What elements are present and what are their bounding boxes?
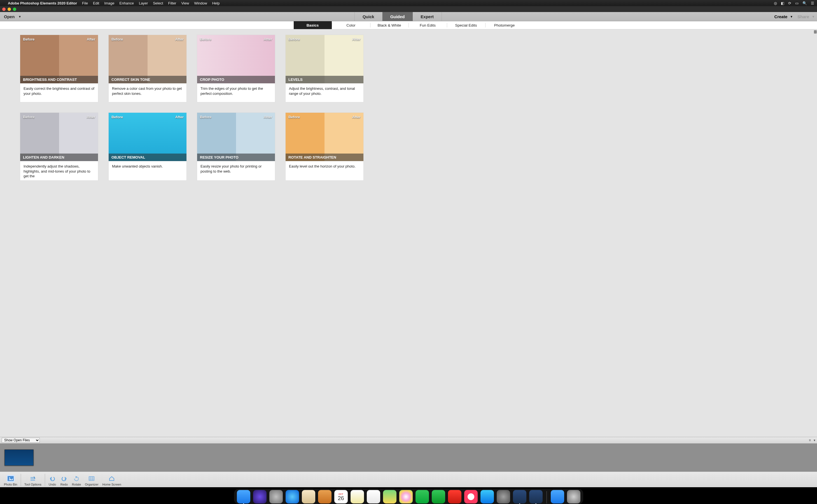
category-photomerge[interactable]: Photomerge <box>485 21 523 29</box>
card-title: CROP PHOTO <box>197 76 275 83</box>
after-label: After <box>175 115 184 119</box>
card-description: Adjust the brightness, contrast, and ton… <box>286 83 363 102</box>
menu-window[interactable]: Window <box>194 1 207 5</box>
category-black-white[interactable]: Black & White <box>370 21 408 29</box>
guided-card-brightness-contrast[interactable]: Before After BRIGHTNESS AND CONTRAST Eas… <box>20 35 98 102</box>
dock-settings[interactable] <box>497 490 510 503</box>
tool-home-screen[interactable]: Home Screen <box>101 475 123 486</box>
home-icon <box>108 475 116 482</box>
card-title: LIGHTEN AND DARKEN <box>20 154 98 161</box>
card-description: Easily correct the brightness and contra… <box>20 83 98 102</box>
scrollbar-thumb[interactable] <box>814 30 817 34</box>
card-description: Trim the edges of your photo to get the … <box>197 83 275 102</box>
tool-undo[interactable]: Undo <box>47 475 58 486</box>
tool-label: Rotate <box>72 483 81 486</box>
dock-photos[interactable] <box>399 490 413 503</box>
app-name[interactable]: Adobe Photoshop Elements 2020 Editor <box>8 1 77 5</box>
guided-card-crop-photo[interactable]: Before After CROP PHOTO Trim the edges o… <box>197 35 275 102</box>
after-label: After <box>352 115 361 119</box>
mode-tab-expert[interactable]: Expert <box>413 12 442 21</box>
card-thumbnail: Before After LEVELS <box>286 35 363 83</box>
dock-facetime[interactable] <box>432 490 445 503</box>
share-dropdown[interactable]: Share <box>797 14 814 19</box>
spotlight-icon[interactable]: 🔍 <box>802 1 807 5</box>
dock-appstore[interactable] <box>480 490 494 503</box>
open-button[interactable]: Open <box>0 12 25 21</box>
create-dropdown[interactable]: Create <box>774 14 793 19</box>
mode-tab-guided[interactable]: Guided <box>382 12 413 21</box>
photo-bin-dropdown[interactable]: Show Open Files <box>2 438 40 443</box>
dock-launchpad[interactable] <box>269 490 283 503</box>
tool-tool-options[interactable]: Tool Options <box>23 475 43 486</box>
dock-maps[interactable] <box>383 490 396 503</box>
bottom-toolbar: Photo Bin Tool Options Undo Redo Rotate … <box>0 472 817 487</box>
rotate-icon <box>72 475 80 482</box>
dock-safari[interactable] <box>286 490 299 503</box>
bin-list-icon[interactable]: ≡ <box>809 438 811 442</box>
menu-select[interactable]: Select <box>153 1 163 5</box>
dock-downloads[interactable] <box>551 490 564 503</box>
dock-news[interactable] <box>448 490 461 503</box>
card-description: Easily level out the horizon of your pho… <box>286 161 363 171</box>
creative-cloud-icon[interactable]: ◎ <box>774 1 777 5</box>
mode-bar: Open Quick Guided Expert Create Share <box>0 12 817 21</box>
guided-card-rotate-straighten[interactable]: Before After ROTATE AND STRAIGHTEN Easil… <box>286 113 363 180</box>
category-special-edits[interactable]: Special Edits <box>447 21 485 29</box>
control-center-icon[interactable]: ☰ <box>811 1 814 5</box>
after-label: After <box>264 115 272 119</box>
guided-card-levels[interactable]: Before After LEVELS Adjust the brightnes… <box>286 35 363 102</box>
menu-enhance[interactable]: Enhance <box>119 1 134 5</box>
guided-card-resize-photo[interactable]: Before After RESIZE YOUR PHOTO Easily re… <box>197 113 275 180</box>
window-maximize-button[interactable] <box>13 8 16 11</box>
tool-label: Redo <box>60 483 68 486</box>
before-label: Before <box>23 115 34 119</box>
guided-card-object-removal[interactable]: Before After OBJECT REMOVAL Make unwante… <box>109 113 186 180</box>
dock-pse-organizer[interactable] <box>513 490 526 503</box>
category-basics[interactable]: Basics <box>294 21 332 29</box>
notification-icon[interactable]: ◧ <box>781 1 784 5</box>
menu-view[interactable]: View <box>181 1 189 5</box>
dock-siri[interactable] <box>253 490 267 503</box>
menu-filter[interactable]: Filter <box>168 1 176 5</box>
bluetooth-icon[interactable]: ⟳ <box>788 1 791 5</box>
bin-menu-icon[interactable]: ▾ <box>814 438 815 442</box>
card-thumbnail: Before After CROP PHOTO <box>197 35 275 83</box>
dock-trash[interactable] <box>567 490 580 503</box>
dock-music[interactable] <box>464 490 478 503</box>
window-titlebar <box>0 6 817 12</box>
window-minimize-button[interactable] <box>8 8 11 11</box>
window-close-button[interactable] <box>2 8 6 11</box>
category-color[interactable]: Color <box>332 21 370 29</box>
dock-messages[interactable] <box>415 490 429 503</box>
tool-organizer[interactable]: Organizer <box>83 475 100 486</box>
svg-point-1 <box>9 477 10 479</box>
dock-calendar[interactable]: OCT 26 <box>334 490 348 503</box>
menu-help[interactable]: Help <box>212 1 220 5</box>
tool-redo[interactable]: Redo <box>58 475 70 486</box>
dock-pse-editor[interactable] <box>529 490 543 503</box>
card-description: Make unwanted objects vanish. <box>109 161 186 171</box>
dock-mail[interactable] <box>302 490 315 503</box>
after-label: After <box>352 37 361 41</box>
mode-tab-quick[interactable]: Quick <box>355 12 382 21</box>
tool-label: Photo Bin <box>4 483 17 486</box>
status-tray: ◎ ◧ ⟳ ▭ 🔍 ☰ <box>774 1 814 5</box>
dock-reminders[interactable] <box>367 490 380 503</box>
tool-rotate[interactable]: Rotate <box>70 475 83 486</box>
after-label: After <box>264 37 272 41</box>
guided-card-correct-skin-tone[interactable]: Before After CORRECT SKIN TONE Remove a … <box>109 35 186 102</box>
menu-image[interactable]: Image <box>104 1 114 5</box>
dock-contacts[interactable] <box>318 490 332 503</box>
menu-layer[interactable]: Layer <box>139 1 148 5</box>
menu-edit[interactable]: Edit <box>93 1 99 5</box>
display-icon[interactable]: ▭ <box>795 1 799 5</box>
menu-file[interactable]: File <box>82 1 88 5</box>
main-scroll-area[interactable]: Before After BRIGHTNESS AND CONTRAST Eas… <box>0 29 817 437</box>
open-file-thumbnail[interactable] <box>4 449 34 466</box>
tool-photo-bin[interactable]: Photo Bin <box>2 475 19 486</box>
guided-card-lighten-darken[interactable]: Before After LIGHTEN AND DARKEN Independ… <box>20 113 98 180</box>
dock-notes[interactable] <box>351 490 364 503</box>
dock-finder[interactable] <box>237 490 250 503</box>
category-fun-edits[interactable]: Fun Edits <box>409 21 447 29</box>
tool-label: Home Screen <box>102 483 121 486</box>
